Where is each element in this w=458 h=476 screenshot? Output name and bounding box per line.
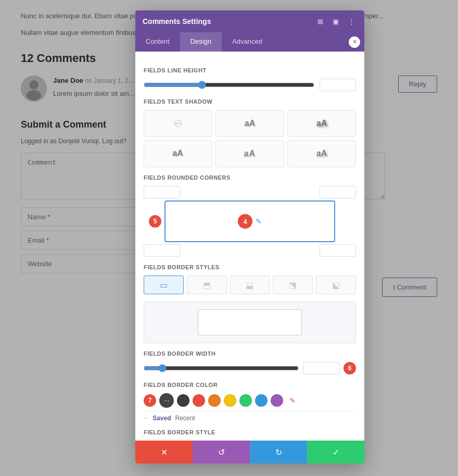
fields-text-shadow-label: Fields Text Shadow bbox=[144, 98, 356, 105]
panel-title: Comments Settings bbox=[143, 17, 211, 26]
badge-6: 6 bbox=[344, 362, 356, 374]
panel-header: Comments Settings ⊠ ▣ ⋮ bbox=[135, 10, 364, 32]
color-saved-row: ··· Saved Recent bbox=[144, 411, 356, 422]
color-more-btn[interactable]: ··· bbox=[159, 393, 174, 408]
border-width-input[interactable]: 1px bbox=[303, 362, 339, 374]
confirm-button[interactable]: ✓ bbox=[307, 441, 364, 464]
fields-border-styles-label: Fields Border Styles bbox=[144, 264, 356, 270]
fields-border-style-section: Fields Border Style Solid Dashed Dotted … bbox=[144, 429, 356, 441]
color-swatch-dark[interactable] bbox=[177, 394, 189, 407]
border-style-right[interactable]: ⬓ bbox=[230, 275, 270, 294]
tab-advanced[interactable]: Advanced bbox=[222, 32, 273, 52]
shadow-style-3[interactable]: aA bbox=[144, 140, 212, 167]
fields-rounded-corners-label: Fields Rounded Corners bbox=[144, 174, 356, 181]
saved-tab[interactable]: Saved bbox=[152, 415, 171, 422]
more-options-icon[interactable]: ⋮ bbox=[346, 16, 357, 27]
badge-7: 7 bbox=[144, 394, 156, 407]
border-width-row: 1px 6 bbox=[144, 362, 356, 374]
color-swatch-blue[interactable] bbox=[255, 394, 268, 407]
close-panel-button[interactable]: ✕ bbox=[349, 36, 360, 48]
cancel-button[interactable]: ✕ bbox=[135, 441, 193, 464]
shadow-style-4[interactable]: aA bbox=[215, 140, 284, 167]
color-top-row: 7 ··· ✎ bbox=[144, 393, 356, 408]
border-top-icon: ⬒ bbox=[203, 280, 211, 290]
shadow-style-2[interactable]: aA bbox=[287, 110, 356, 137]
border-bottom-icon: ⬔ bbox=[289, 280, 297, 290]
recent-tab[interactable]: Recent bbox=[175, 415, 195, 422]
tab-design[interactable]: Design bbox=[180, 32, 222, 52]
settings-panel: Comments Settings ⊠ ▣ ⋮ Content Design A… bbox=[135, 10, 364, 464]
badge-4: 4 bbox=[238, 214, 252, 229]
color-swatch-orange[interactable] bbox=[208, 394, 221, 407]
border-right-icon: ⬓ bbox=[246, 280, 253, 290]
fields-border-width-label: Fields Border Width bbox=[144, 350, 356, 357]
corner-tr-input[interactable]: 0px bbox=[320, 186, 356, 198]
border-all-icon: ▭ bbox=[160, 280, 168, 290]
line-height-slider-row: 1em bbox=[144, 79, 356, 91]
color-swatch-purple[interactable] bbox=[271, 394, 283, 407]
fields-border-width-section: Fields Border Width 1px 6 bbox=[144, 350, 356, 374]
badge-5: 5 bbox=[149, 215, 161, 228]
border-preview-box bbox=[144, 302, 356, 343]
cancel-icon: ✕ bbox=[161, 447, 168, 457]
redo-button[interactable]: ↻ bbox=[250, 441, 307, 464]
fields-border-color-section: Fields Border Color 7 ··· ✎ ··· Saved Re… bbox=[144, 382, 356, 422]
shadow-style-5[interactable]: aA bbox=[287, 140, 356, 167]
tab-content[interactable]: Content bbox=[135, 32, 180, 52]
border-preview-inner bbox=[198, 309, 302, 335]
eyedropper-icon[interactable]: ✎ bbox=[286, 394, 299, 407]
border-left-icon: ⬕ bbox=[332, 280, 340, 290]
reset-button[interactable]: ↺ bbox=[193, 441, 250, 464]
corner-bl-input[interactable]: 0px bbox=[144, 244, 180, 257]
fields-rounded-corners-section: Fields Rounded Corners 0px 0px 4 ✎ 5 0px… bbox=[144, 174, 356, 257]
fields-line-height-section: Fields Line Height 1em bbox=[144, 67, 356, 91]
fields-border-style-label: Fields Border Style bbox=[144, 429, 356, 435]
border-styles-row: ▭ ⬒ ⬓ ⬔ ⬕ bbox=[144, 275, 356, 294]
corner-br-input[interactable]: 0px bbox=[320, 244, 356, 257]
confirm-icon: ✓ bbox=[333, 447, 339, 457]
pencil-icon[interactable]: ✎ bbox=[256, 217, 262, 226]
minimize-icon[interactable]: ⊠ bbox=[314, 16, 326, 27]
fields-border-styles-section: Fields Border Styles ▭ ⬒ ⬓ ⬔ ⬕ bbox=[144, 264, 356, 294]
fields-border-color-label: Fields Border Color bbox=[144, 382, 356, 388]
color-swatch-green[interactable] bbox=[239, 394, 252, 407]
line-height-slider[interactable] bbox=[144, 81, 314, 89]
color-swatch-yellow[interactable] bbox=[224, 394, 236, 407]
panel-tabs: Content Design Advanced ✕ bbox=[135, 32, 364, 52]
border-style-left[interactable]: ⬕ bbox=[316, 275, 356, 294]
redo-icon: ↻ bbox=[275, 447, 282, 457]
color-swatch-red[interactable] bbox=[193, 394, 205, 407]
shadow-none[interactable]: ⊘ bbox=[144, 110, 212, 137]
fields-line-height-label: Fields Line Height bbox=[144, 67, 356, 73]
corner-preview: 4 ✎ 5 bbox=[164, 201, 335, 242]
reset-icon: ↺ bbox=[218, 447, 225, 457]
border-style-bottom[interactable]: ⬔ bbox=[273, 275, 313, 294]
panel-footer: ✕ ↺ ↻ ✓ bbox=[135, 441, 364, 464]
panel-body: Fields Line Height 1em Fields Text Shado… bbox=[135, 52, 364, 441]
line-height-input[interactable]: 1em bbox=[320, 79, 356, 91]
shadow-options-grid: ⊘ aA aA aA aA aA bbox=[144, 110, 356, 167]
expand-icon[interactable]: ▣ bbox=[330, 16, 341, 27]
shadow-style-1[interactable]: aA bbox=[215, 110, 284, 137]
border-style-top[interactable]: ⬒ bbox=[187, 275, 227, 294]
fields-text-shadow-section: Fields Text Shadow ⊘ aA aA aA aA a bbox=[144, 98, 356, 167]
corner-tl-input[interactable]: 0px bbox=[144, 186, 180, 198]
border-width-slider[interactable] bbox=[144, 364, 299, 372]
border-style-all[interactable]: ▭ bbox=[144, 275, 184, 294]
panel-header-icons: ⊠ ▣ ⋮ bbox=[314, 16, 357, 27]
